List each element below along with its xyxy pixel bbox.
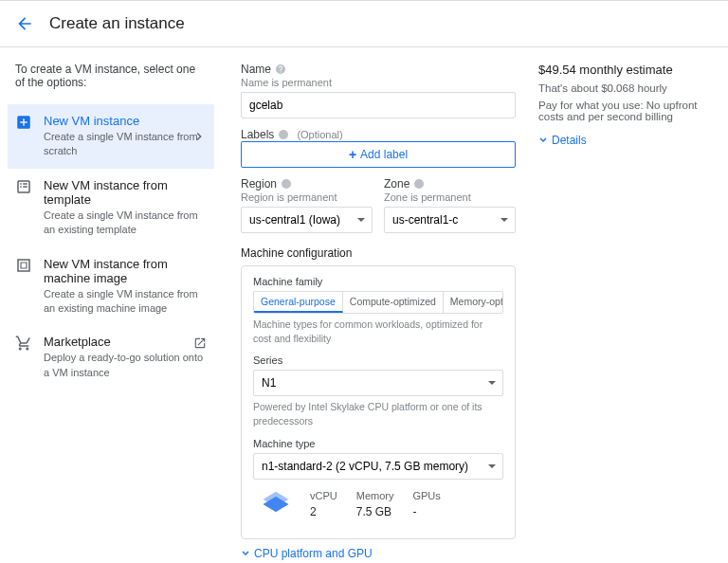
option-marketplace[interactable]: Marketplace Deploy a ready-to-go solutio…	[8, 325, 214, 390]
region-label: Region	[241, 177, 373, 191]
estimate-panel: $49.54 monthly estimate That's about $0.…	[516, 63, 709, 563]
option-from-machine-image[interactable]: New VM instance from machine image Creat…	[8, 247, 214, 326]
machine-config-title: Machine configuration	[241, 246, 516, 260]
labels-label: Labels(Optional)	[241, 128, 516, 141]
estimate-details-link[interactable]: Details	[538, 134, 709, 147]
cpu-platform-expand[interactable]: CPU platform and GPU	[241, 547, 516, 560]
expand-icon	[538, 136, 548, 145]
machine-type-label: Machine type	[253, 438, 503, 449]
series-desc: Powered by Intel Skylake CPU platform or…	[253, 400, 503, 427]
region-sub: Region is permanent	[241, 191, 373, 203]
help-icon[interactable]	[275, 64, 286, 75]
zone-label: Zone	[384, 177, 516, 191]
name-sub: Name is permanent	[241, 77, 516, 88]
help-icon[interactable]	[281, 178, 292, 190]
svg-point-0	[279, 130, 288, 139]
name-input[interactable]	[241, 92, 516, 118]
series-label: Series	[253, 354, 503, 366]
zone-select[interactable]: us-central1-c	[384, 207, 516, 233]
expand-icon	[241, 549, 250, 558]
machine-specs: vCPU2 Memory7.5 GB GPUs-	[253, 480, 503, 529]
option-title: New VM instance from machine image	[44, 257, 207, 285]
series-select[interactable]: N1	[253, 370, 503, 396]
estimate-title: $49.54 monthly estimate	[538, 63, 709, 77]
chevron-right-icon	[191, 129, 207, 144]
machine-image-icon	[15, 257, 32, 274]
svg-point-2	[414, 179, 424, 189]
estimate-payg: Pay for what you use: No upfront costs a…	[538, 100, 709, 122]
template-icon	[15, 178, 32, 195]
option-new-vm[interactable]: New VM instance Create a single VM insta…	[8, 104, 214, 169]
region-select[interactable]: us-central1 (Iowa)	[241, 207, 373, 233]
machine-type-select[interactable]: n1-standard-2 (2 vCPU, 7.5 GB memory)	[253, 453, 503, 480]
sidebar-prompt: To create a VM instance, select one of t…	[15, 63, 207, 89]
help-icon[interactable]	[413, 178, 425, 190]
family-desc: Machine types for common workloads, opti…	[253, 318, 503, 345]
open-external-icon	[193, 336, 207, 350]
option-desc: Create a single VM instance from an exis…	[44, 287, 207, 317]
plus-square-icon	[15, 114, 32, 131]
page-title: Create an instance	[49, 14, 185, 33]
svg-point-1	[282, 179, 291, 189]
option-desc: Create a single VM instance from scratch	[44, 130, 207, 159]
instance-form: Name Name is permanent Labels(Optional) …	[241, 63, 516, 563]
layers-icon	[261, 489, 291, 519]
zone-sub: Zone is permanent	[384, 191, 516, 203]
estimate-hourly: That's about $0.068 hourly	[538, 82, 709, 94]
machine-family-tabs: General-purpose Compute-optimized Memory…	[253, 291, 503, 314]
back-arrow-icon[interactable]	[15, 14, 34, 33]
name-label: Name	[241, 63, 516, 76]
add-label-button[interactable]: +Add label	[241, 141, 516, 168]
machine-family-label: Machine family	[253, 276, 503, 287]
tab-compute-optimized[interactable]: Compute-optimized	[343, 292, 444, 313]
option-desc: Deploy a ready-to-go solution onto a VM …	[44, 351, 207, 380]
marketplace-icon	[15, 335, 32, 352]
tab-general-purpose[interactable]: General-purpose	[254, 292, 343, 313]
option-title: Marketplace	[44, 335, 207, 349]
option-title: New VM instance	[44, 114, 207, 128]
help-icon[interactable]	[278, 129, 289, 140]
option-desc: Create a single VM instance from an exis…	[44, 209, 207, 238]
option-title: New VM instance from template	[44, 178, 207, 207]
sidebar: To create a VM instance, select one of t…	[0, 47, 222, 563]
option-from-template[interactable]: New VM instance from template Create a s…	[8, 169, 214, 247]
tab-memory-optimized[interactable]: Memory-optimized	[444, 292, 503, 313]
